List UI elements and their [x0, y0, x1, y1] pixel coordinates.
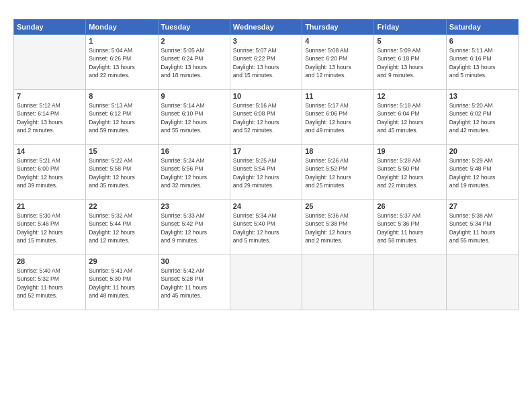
calendar-week-row: 7Sunrise: 5:12 AMSunset: 6:14 PMDaylight… [14, 90, 519, 145]
day-number: 11 [305, 92, 371, 100]
day-number: 20 [449, 147, 515, 155]
day-number: 9 [161, 92, 227, 100]
day-number: 29 [89, 257, 154, 265]
calendar-cell: 19Sunrise: 5:28 AMSunset: 5:50 PMDayligh… [374, 145, 446, 200]
calendar-cell: 24Sunrise: 5:34 AMSunset: 5:40 PMDayligh… [230, 200, 302, 255]
day-number: 27 [449, 202, 515, 210]
day-number: 13 [449, 92, 515, 100]
day-info: Sunrise: 5:20 AMSunset: 6:02 PMDaylight:… [449, 101, 515, 134]
calendar-cell [230, 255, 302, 310]
day-info: Sunrise: 5:13 AMSunset: 6:12 PMDaylight:… [89, 101, 154, 134]
day-number: 5 [377, 37, 443, 45]
day-number: 18 [305, 147, 371, 155]
calendar-cell: 10Sunrise: 5:16 AMSunset: 6:08 PMDayligh… [230, 90, 302, 145]
day-info: Sunrise: 5:37 AMSunset: 5:36 PMDaylight:… [377, 212, 443, 244]
calendar-cell: 12Sunrise: 5:18 AMSunset: 6:04 PMDayligh… [374, 90, 446, 145]
col-header-monday: Monday [86, 19, 158, 35]
day-info: Sunrise: 5:08 AMSunset: 6:20 PMDaylight:… [305, 46, 371, 79]
calendar-header-row: SundayMondayTuesdayWednesdayThursdayFrid… [14, 19, 519, 35]
calendar-cell: 25Sunrise: 5:36 AMSunset: 5:38 PMDayligh… [302, 200, 374, 255]
page: SundayMondayTuesdayWednesdayThursdayFrid… [0, 0, 532, 411]
calendar-cell [374, 255, 446, 310]
day-number: 3 [233, 37, 299, 45]
day-number: 2 [161, 37, 227, 45]
day-info: Sunrise: 5:24 AMSunset: 5:56 PMDaylight:… [161, 156, 227, 189]
day-info: Sunrise: 5:36 AMSunset: 5:38 PMDaylight:… [305, 212, 371, 244]
calendar-cell: 17Sunrise: 5:25 AMSunset: 5:54 PMDayligh… [230, 145, 302, 200]
calendar-cell: 18Sunrise: 5:26 AMSunset: 5:52 PMDayligh… [302, 145, 374, 200]
day-info: Sunrise: 5:09 AMSunset: 6:18 PMDaylight:… [377, 46, 443, 79]
calendar-week-row: 28Sunrise: 5:40 AMSunset: 5:32 PMDayligh… [14, 255, 519, 310]
calendar-cell: 23Sunrise: 5:33 AMSunset: 5:42 PMDayligh… [158, 200, 230, 255]
day-number: 16 [161, 147, 227, 155]
calendar-cell: 26Sunrise: 5:37 AMSunset: 5:36 PMDayligh… [374, 200, 446, 255]
col-header-friday: Friday [374, 19, 446, 35]
col-header-saturday: Saturday [446, 19, 518, 35]
day-info: Sunrise: 5:33 AMSunset: 5:42 PMDaylight:… [161, 212, 227, 244]
day-info: Sunrise: 5:25 AMSunset: 5:54 PMDaylight:… [233, 156, 299, 189]
day-info: Sunrise: 5:17 AMSunset: 6:06 PMDaylight:… [305, 101, 371, 134]
day-number: 22 [89, 202, 154, 210]
col-header-wednesday: Wednesday [230, 19, 302, 35]
day-number: 6 [449, 37, 515, 45]
day-info: Sunrise: 5:38 AMSunset: 5:34 PMDaylight:… [449, 212, 515, 244]
calendar-cell: 30Sunrise: 5:42 AMSunset: 5:28 PMDayligh… [158, 255, 230, 310]
calendar-cell: 3Sunrise: 5:07 AMSunset: 6:22 PMDaylight… [230, 35, 302, 90]
calendar-cell: 4Sunrise: 5:08 AMSunset: 6:20 PMDaylight… [302, 35, 374, 90]
calendar-cell: 7Sunrise: 5:12 AMSunset: 6:14 PMDaylight… [14, 90, 86, 145]
day-info: Sunrise: 5:41 AMSunset: 5:30 PMDaylight:… [89, 267, 154, 300]
day-number: 8 [89, 92, 154, 100]
calendar-cell: 21Sunrise: 5:30 AMSunset: 5:46 PMDayligh… [14, 200, 86, 255]
calendar-cell: 1Sunrise: 5:04 AMSunset: 6:26 PMDaylight… [86, 35, 158, 90]
col-header-thursday: Thursday [302, 19, 374, 35]
day-number: 28 [17, 257, 83, 265]
day-number: 12 [377, 92, 443, 100]
day-number: 26 [377, 202, 443, 210]
day-info: Sunrise: 5:04 AMSunset: 6:26 PMDaylight:… [89, 46, 154, 79]
day-number: 14 [17, 147, 83, 155]
day-info: Sunrise: 5:26 AMSunset: 5:52 PMDaylight:… [305, 156, 371, 189]
col-header-sunday: Sunday [14, 19, 86, 35]
calendar-cell: 8Sunrise: 5:13 AMSunset: 6:12 PMDaylight… [86, 90, 158, 145]
calendar-cell: 16Sunrise: 5:24 AMSunset: 5:56 PMDayligh… [158, 145, 230, 200]
day-number: 25 [305, 202, 371, 210]
day-number: 15 [89, 147, 154, 155]
day-number: 10 [233, 92, 299, 100]
day-number: 1 [89, 37, 154, 45]
calendar-cell: 14Sunrise: 5:21 AMSunset: 6:00 PMDayligh… [14, 145, 86, 200]
calendar-cell: 5Sunrise: 5:09 AMSunset: 6:18 PMDaylight… [374, 35, 446, 90]
day-info: Sunrise: 5:14 AMSunset: 6:10 PMDaylight:… [161, 101, 227, 134]
day-info: Sunrise: 5:12 AMSunset: 6:14 PMDaylight:… [17, 101, 83, 134]
calendar-week-row: 1Sunrise: 5:04 AMSunset: 6:26 PMDaylight… [14, 35, 519, 90]
calendar-cell: 11Sunrise: 5:17 AMSunset: 6:06 PMDayligh… [302, 90, 374, 145]
day-info: Sunrise: 5:11 AMSunset: 6:16 PMDaylight:… [449, 46, 515, 79]
calendar-week-row: 21Sunrise: 5:30 AMSunset: 5:46 PMDayligh… [14, 200, 519, 255]
day-info: Sunrise: 5:32 AMSunset: 5:44 PMDaylight:… [89, 212, 154, 244]
day-info: Sunrise: 5:05 AMSunset: 6:24 PMDaylight:… [161, 46, 227, 79]
calendar-cell: 6Sunrise: 5:11 AMSunset: 6:16 PMDaylight… [446, 35, 518, 90]
calendar-cell: 2Sunrise: 5:05 AMSunset: 6:24 PMDaylight… [158, 35, 230, 90]
calendar-cell: 20Sunrise: 5:29 AMSunset: 5:48 PMDayligh… [446, 145, 518, 200]
day-number: 24 [233, 202, 299, 210]
day-info: Sunrise: 5:42 AMSunset: 5:28 PMDaylight:… [161, 267, 227, 300]
day-info: Sunrise: 5:28 AMSunset: 5:50 PMDaylight:… [377, 156, 443, 189]
calendar-table: SundayMondayTuesdayWednesdayThursdayFrid… [13, 19, 519, 310]
day-number: 17 [233, 147, 299, 155]
calendar-cell [446, 255, 518, 310]
calendar-cell [14, 35, 86, 90]
day-number: 30 [161, 257, 227, 265]
calendar-cell: 22Sunrise: 5:32 AMSunset: 5:44 PMDayligh… [86, 200, 158, 255]
calendar-cell: 9Sunrise: 5:14 AMSunset: 6:10 PMDaylight… [158, 90, 230, 145]
day-info: Sunrise: 5:21 AMSunset: 6:00 PMDaylight:… [17, 156, 83, 189]
day-number: 7 [17, 92, 83, 100]
calendar-week-row: 14Sunrise: 5:21 AMSunset: 6:00 PMDayligh… [14, 145, 519, 200]
day-number: 19 [377, 147, 443, 155]
day-info: Sunrise: 5:18 AMSunset: 6:04 PMDaylight:… [377, 101, 443, 134]
calendar-cell: 13Sunrise: 5:20 AMSunset: 6:02 PMDayligh… [446, 90, 518, 145]
day-info: Sunrise: 5:34 AMSunset: 5:40 PMDaylight:… [233, 212, 299, 244]
day-info: Sunrise: 5:22 AMSunset: 5:58 PMDaylight:… [89, 156, 154, 189]
day-info: Sunrise: 5:07 AMSunset: 6:22 PMDaylight:… [233, 46, 299, 79]
day-info: Sunrise: 5:16 AMSunset: 6:08 PMDaylight:… [233, 101, 299, 134]
calendar-cell: 29Sunrise: 5:41 AMSunset: 5:30 PMDayligh… [86, 255, 158, 310]
day-info: Sunrise: 5:40 AMSunset: 5:32 PMDaylight:… [17, 267, 83, 300]
